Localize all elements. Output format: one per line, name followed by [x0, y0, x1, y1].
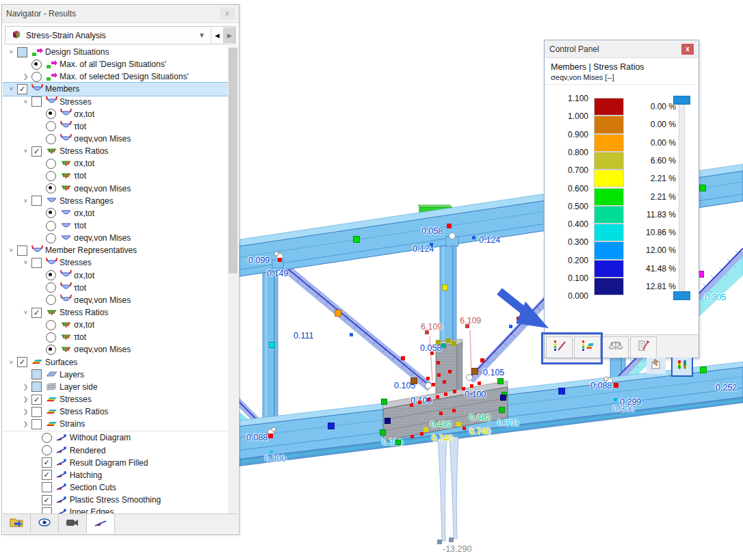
color-scale-settings-button[interactable]	[671, 356, 693, 377]
previous-result-button[interactable]: ◀	[211, 27, 223, 43]
navigator-titlebar[interactable]: Navigator - Results x	[2, 5, 239, 23]
checkbox[interactable]: ✓	[17, 357, 27, 367]
radio-button[interactable]	[46, 282, 56, 293]
expander-icon[interactable]: ˅	[5, 247, 17, 254]
expander-icon[interactable]: ❯	[20, 408, 31, 415]
expander-icon[interactable]: ˅	[5, 359, 17, 366]
tree-item--eqv-von-mises[interactable]: σeqv,von Mises	[3, 183, 228, 195]
checkbox[interactable]	[31, 419, 42, 429]
tree-item-hatching[interactable]: ✓Hatching	[3, 469, 228, 481]
tree-item--tot[interactable]: τtot	[3, 170, 228, 182]
checkbox[interactable]: ✓	[42, 495, 52, 505]
expander-icon[interactable]: ❯	[20, 384, 31, 390]
radio-button[interactable]	[46, 208, 56, 218]
expander-icon[interactable]: ❯	[20, 73, 31, 80]
radio-button[interactable]	[46, 320, 56, 330]
radio-button[interactable]	[46, 332, 56, 343]
radio-button[interactable]	[46, 295, 56, 305]
tree-item-max-of-selected-design-situations-[interactable]: ❯Max. of selected 'Design Situations'	[3, 70, 228, 83]
tree-item-section-cuts[interactable]: Section Cuts	[3, 481, 228, 494]
navigator-close-icon[interactable]: x	[220, 8, 235, 20]
radio-button[interactable]	[42, 445, 52, 455]
checkbox[interactable]	[31, 382, 42, 392]
tree-item-stresses[interactable]: ❯✓Stresses	[3, 393, 228, 405]
radio-button[interactable]	[46, 109, 56, 119]
expander-icon[interactable]: ❯	[20, 396, 31, 403]
radio-button[interactable]	[31, 59, 42, 70]
tree-item-strains[interactable]: ❯Strains	[3, 418, 228, 430]
tree-item--x-tot[interactable]: σx,tot	[3, 319, 228, 331]
control-panel-close-icon[interactable]: x	[681, 44, 694, 55]
checkbox[interactable]	[17, 245, 27, 256]
tree-item--x-tot[interactable]: σx,tot	[3, 207, 228, 219]
expander-icon[interactable]: ˅	[20, 309, 31, 316]
navigator-tab-results-navigator[interactable]	[87, 514, 115, 533]
radio-button[interactable]	[46, 159, 56, 169]
radio-button[interactable]	[46, 270, 56, 280]
radio-button[interactable]	[42, 433, 52, 443]
expander-icon[interactable]: ˅	[20, 198, 31, 204]
checkbox[interactable]	[31, 407, 42, 417]
next-result-button[interactable]: ▶	[223, 27, 235, 43]
panel-tab-deformation-scale[interactable]	[602, 336, 629, 358]
analysis-type-dropdown[interactable]: Stress-Strain Analysis ▼ ◀ ▶	[5, 26, 236, 44]
checkbox[interactable]: ✓	[31, 308, 42, 318]
radio-button[interactable]	[46, 134, 56, 144]
tree-item--eqv-von-mises[interactable]: σeqv,von Mises	[3, 232, 228, 244]
navigator-tab-display-navigator[interactable]	[31, 514, 59, 533]
legend-slider-handle-bottom[interactable]	[673, 291, 690, 300]
checkbox[interactable]	[17, 47, 27, 57]
checkbox[interactable]: ✓	[31, 395, 42, 405]
tree-item-stresses[interactable]: ˅Stresses	[3, 96, 228, 108]
radio-button[interactable]	[46, 171, 56, 181]
navigator-tab-data-navigator[interactable]	[3, 514, 31, 533]
tree-item-stress-ratios[interactable]: ˅✓Stress Ratios	[3, 306, 228, 319]
tree-item--tot[interactable]: τtot	[3, 219, 228, 232]
radio-button[interactable]	[46, 183, 56, 194]
tree-item-plastic-stress-smoothing[interactable]: ✓Plastic Stress Smoothing	[3, 494, 228, 506]
tree-item-stress-ratios[interactable]: ❯Stress Ratios	[3, 405, 228, 418]
control-panel-titlebar[interactable]: Control Panel x	[545, 40, 699, 58]
tree-item--tot[interactable]: τtot	[3, 331, 228, 343]
checkbox[interactable]: ✓	[31, 146, 42, 157]
expander-icon[interactable]: ˅	[5, 49, 17, 55]
tree-item-without-diagram[interactable]: Without Diagram	[3, 431, 228, 444]
radio-button[interactable]	[31, 72, 42, 82]
tree-item-layers[interactable]: Layers	[3, 369, 228, 381]
legend-slider-track[interactable]	[679, 99, 685, 297]
checkbox[interactable]	[31, 369, 42, 379]
tree-item-stresses[interactable]: ˅Stresses	[3, 256, 228, 269]
checkbox[interactable]	[31, 258, 42, 268]
checkbox[interactable]	[31, 196, 42, 206]
navigator-tab-views-navigator[interactable]	[59, 514, 87, 533]
checkbox[interactable]: ✓	[17, 84, 27, 94]
panel-options-button[interactable]	[647, 356, 666, 374]
tree-item-members[interactable]: ˅✓Members	[3, 83, 228, 95]
tree-item-surfaces[interactable]: ˅✓Surfaces	[3, 356, 228, 369]
scrollbar-thumb[interactable]	[229, 48, 237, 274]
tree-item--tot[interactable]: τtot	[3, 282, 228, 294]
tree-item--tot[interactable]: τtot	[3, 120, 228, 133]
radio-button[interactable]	[46, 221, 56, 231]
tree-item-stress-ratios[interactable]: ˅✓Stress Ratios	[3, 145, 228, 157]
tree-item--x-tot[interactable]: σx,tot	[3, 269, 228, 282]
expander-icon[interactable]: ˅	[5, 85, 17, 92]
chevron-down-icon[interactable]: ▼	[193, 31, 211, 39]
tree-item-member-representatives[interactable]: ˅Member Representatives	[3, 244, 228, 256]
expander-icon[interactable]: ˅	[20, 259, 31, 266]
tree-item-max-of-all-design-situations-[interactable]: Max. of all 'Design Situations'	[3, 58, 228, 70]
expander-icon[interactable]: ˅	[20, 98, 31, 105]
expander-icon[interactable]: ❯	[20, 421, 31, 427]
checkbox[interactable]	[31, 96, 42, 107]
tree-item--eqv-von-mises[interactable]: σeqv,von Mises	[3, 133, 228, 145]
panel-tab-result-values[interactable]	[630, 336, 657, 358]
radio-button[interactable]	[46, 121, 56, 131]
tree-item-rendered[interactable]: Rendered	[3, 444, 228, 457]
navigator-scrollbar[interactable]	[228, 46, 238, 514]
checkbox[interactable]	[42, 507, 52, 514]
checkbox[interactable]: ✓	[42, 470, 52, 480]
legend-slider-handle-top[interactable]	[673, 96, 690, 105]
tree-item-layer-side[interactable]: ❯Layer side	[3, 381, 228, 393]
tree-item--eqv-von-mises[interactable]: σeqv,von Mises	[3, 343, 228, 356]
tree-item-design-situations[interactable]: ˅Design Situations	[3, 46, 228, 58]
